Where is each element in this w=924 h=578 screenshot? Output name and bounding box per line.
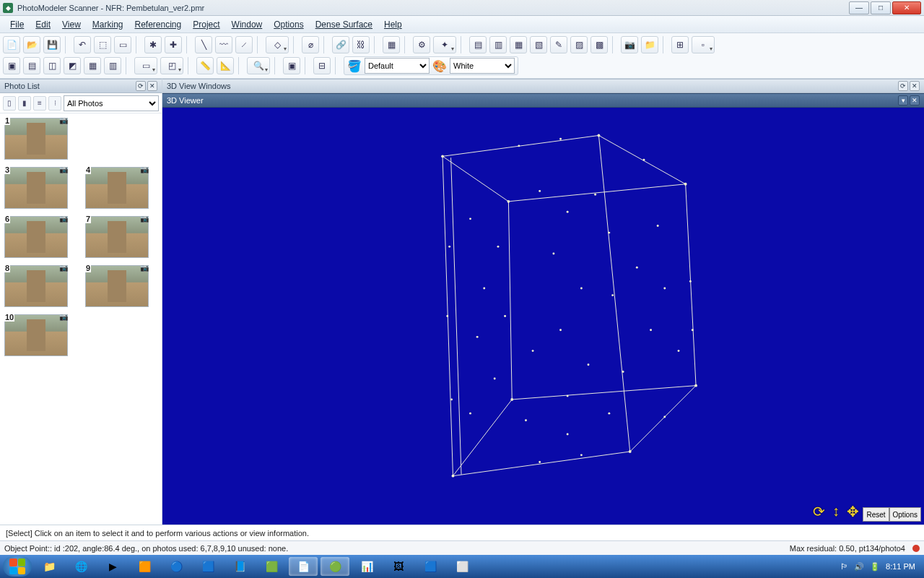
- task-app5-icon[interactable]: 🟩: [257, 557, 286, 576]
- task-app8-icon[interactable]: 🟦: [416, 557, 445, 576]
- thumb-9[interactable]: 9📷: [85, 265, 149, 307]
- paint-icon[interactable]: 🪣: [347, 59, 362, 73]
- color-select[interactable]: White: [450, 58, 515, 74]
- zoom-dropdown-icon[interactable]: 🔍: [247, 57, 270, 74]
- add-point-icon[interactable]: ✚: [165, 36, 182, 53]
- unlink-icon[interactable]: ⛓: [352, 36, 370, 53]
- folder-icon[interactable]: 📁: [641, 36, 658, 53]
- thumb-7[interactable]: 7📷: [85, 216, 149, 258]
- pan-icon[interactable]: ✥: [847, 503, 859, 520]
- panel-close-icon[interactable]: ✕: [147, 81, 157, 91]
- tray-flag-icon[interactable]: 🏳: [840, 562, 848, 571]
- camera-icon[interactable]: 📷: [621, 36, 638, 53]
- thumb-detail-icon[interactable]: ⁝: [48, 96, 61, 111]
- task-media-icon[interactable]: ▶: [98, 557, 127, 576]
- task-photomodeler-icon[interactable]: 🟢: [321, 557, 349, 576]
- thumb-8[interactable]: 8📷: [4, 265, 68, 307]
- table-icon[interactable]: ⊞: [671, 36, 689, 53]
- thumb-4[interactable]: 4📷: [85, 167, 149, 209]
- photo-filter-select[interactable]: All Photos: [64, 95, 159, 111]
- region-select-icon[interactable]: ▭: [114, 36, 131, 53]
- point-mode-icon[interactable]: ✱: [144, 36, 162, 53]
- vis2-icon[interactable]: ▤: [23, 57, 40, 74]
- ruler2-icon[interactable]: 📐: [217, 57, 234, 74]
- menu-view[interactable]: View: [56, 18, 87, 31]
- thumb-small-icon[interactable]: ▯: [3, 96, 16, 111]
- grid1-icon[interactable]: ▤: [469, 36, 487, 53]
- process-dropdown-icon[interactable]: ✦: [433, 36, 456, 53]
- pencil-icon[interactable]: ✎: [550, 36, 567, 53]
- 3d-menu-icon[interactable]: ▾: [898, 95, 908, 105]
- grid4-icon[interactable]: ▧: [530, 36, 547, 53]
- link-icon[interactable]: 🔗: [332, 36, 349, 53]
- grid3-icon[interactable]: ▦: [510, 36, 527, 53]
- 3d-viewport[interactable]: ⟳ ↕ ✥ Reset Options: [162, 108, 924, 525]
- task-app4-icon[interactable]: 📘: [225, 557, 254, 576]
- minimize-button[interactable]: —: [849, 1, 869, 14]
- vis4-icon[interactable]: ◩: [64, 57, 81, 74]
- vis6-icon[interactable]: ▥: [104, 57, 121, 74]
- clock[interactable]: 8:11 PM: [886, 562, 915, 571]
- open-icon[interactable]: 📂: [23, 36, 40, 53]
- 3d-close-icon[interactable]: ✕: [910, 81, 920, 91]
- edge-icon[interactable]: ⟋: [235, 36, 253, 53]
- task-app7-icon[interactable]: 🖼: [384, 557, 413, 576]
- ruler-icon[interactable]: 📏: [196, 57, 214, 74]
- undo-icon[interactable]: ↶: [74, 36, 91, 53]
- start-button[interactable]: [3, 556, 32, 577]
- maximize-button[interactable]: □: [871, 1, 891, 14]
- menu-help[interactable]: Help: [378, 18, 408, 31]
- new-icon[interactable]: 📄: [3, 36, 20, 53]
- task-app3-icon[interactable]: 🟦: [193, 557, 222, 576]
- task-app1-icon[interactable]: 🟧: [130, 557, 159, 576]
- thumb-6[interactable]: 6📷: [4, 216, 68, 258]
- material-select[interactable]: Default: [365, 58, 430, 74]
- thumb-10[interactable]: 10📷: [4, 314, 68, 356]
- reset-button[interactable]: Reset: [863, 507, 889, 522]
- thumb-1[interactable]: 1📷: [4, 118, 68, 160]
- grid5-icon[interactable]: ▨: [570, 36, 588, 53]
- menu-edit[interactable]: Edit: [30, 18, 56, 31]
- line-icon[interactable]: ╲: [195, 36, 212, 53]
- task-ie-icon[interactable]: 🌐: [66, 557, 95, 576]
- menu-window[interactable]: Window: [226, 18, 269, 31]
- save-icon[interactable]: 💾: [43, 36, 61, 53]
- shape-dropdown-icon[interactable]: ◇: [266, 36, 289, 53]
- vis1-icon[interactable]: ▣: [3, 57, 20, 74]
- menu-marking[interactable]: Marking: [87, 18, 129, 31]
- task-app9-icon[interactable]: ⬜: [448, 557, 476, 576]
- thumb-large-icon[interactable]: ▮: [18, 96, 31, 111]
- 3d-max-icon[interactable]: ✕: [910, 95, 920, 105]
- more-dropdown-icon[interactable]: ▫: [692, 36, 715, 53]
- vis5-icon[interactable]: ▦: [84, 57, 101, 74]
- table2-icon[interactable]: ⊟: [313, 57, 331, 74]
- process-icon[interactable]: ⚙: [413, 36, 430, 53]
- grid2-icon[interactable]: ▥: [489, 36, 507, 53]
- orbit-icon[interactable]: ⟳: [813, 503, 825, 520]
- options-button[interactable]: Options: [889, 507, 921, 522]
- menu-file[interactable]: File: [4, 18, 30, 31]
- menu-project[interactable]: Project: [187, 18, 225, 31]
- tray-battery-icon[interactable]: 🔋: [870, 562, 880, 571]
- task-word-icon[interactable]: 📄: [289, 557, 318, 576]
- layout-dropdown-icon[interactable]: ▭: [134, 57, 157, 74]
- palette-icon[interactable]: 🎨: [432, 59, 447, 73]
- menu-referencing[interactable]: Referencing: [129, 18, 188, 31]
- cylinder-icon[interactable]: ⌀: [302, 36, 319, 53]
- thumb-list-icon[interactable]: ≡: [33, 96, 46, 111]
- menu-dense-surface[interactable]: Dense Surface: [310, 18, 378, 31]
- task-explorer-icon[interactable]: 📁: [35, 557, 64, 576]
- task-app6-icon[interactable]: 📊: [352, 557, 381, 576]
- task-app2-icon[interactable]: 🔵: [162, 557, 191, 576]
- window-dropdown-icon[interactable]: ◰: [160, 57, 183, 74]
- surface-icon[interactable]: ▦: [383, 36, 400, 53]
- pan-vertical-icon[interactable]: ↕: [832, 503, 840, 520]
- menu-options[interactable]: Options: [268, 18, 309, 31]
- tray-net-icon[interactable]: 🔊: [854, 562, 864, 571]
- panel-pin-icon[interactable]: ⟳: [136, 81, 146, 91]
- window-icon[interactable]: ▣: [283, 57, 300, 74]
- vis3-icon[interactable]: ◫: [43, 57, 61, 74]
- thumb-3[interactable]: 3📷: [4, 167, 68, 209]
- 3d-refresh-icon[interactable]: ⟳: [898, 81, 908, 91]
- grid6-icon[interactable]: ▩: [590, 36, 608, 53]
